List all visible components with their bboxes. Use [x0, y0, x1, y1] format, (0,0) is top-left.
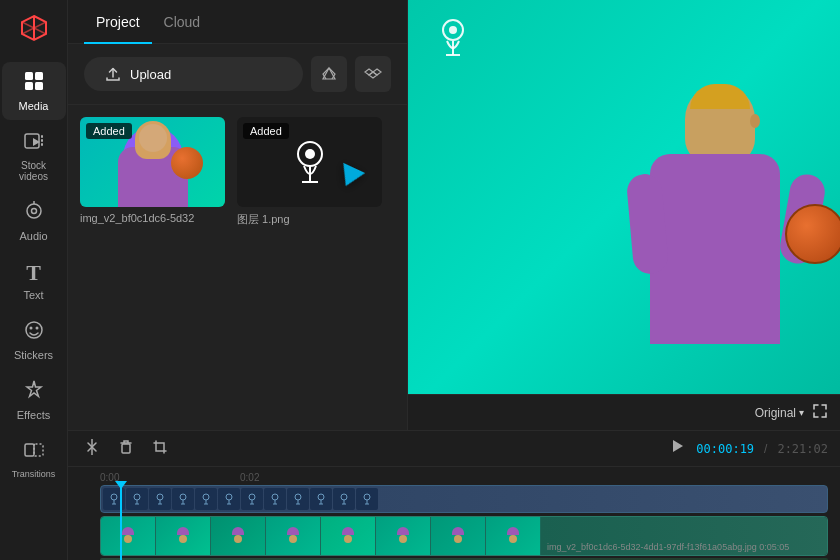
delete-icon [118, 439, 134, 455]
svg-point-34 [157, 494, 163, 500]
sidebar-item-stickers-label: Stickers [14, 349, 53, 361]
timeline-tracks-container: 0:00 0:02 [68, 467, 840, 560]
split-icon [84, 439, 100, 455]
sticker-thumb [287, 488, 309, 510]
svg-rect-8 [41, 143, 43, 146]
svg-rect-26 [122, 444, 130, 453]
media-item-2[interactable]: Added 图层 1.png [237, 117, 382, 227]
sidebar-item-effects-label: Effects [17, 409, 50, 421]
video-thumb [431, 517, 486, 555]
sidebar-item-stickers[interactable]: Stickers [2, 311, 66, 369]
app-logo [16, 10, 52, 46]
preview-image [408, 0, 840, 394]
svg-point-52 [295, 494, 301, 500]
tab-cloud[interactable]: Cloud [152, 0, 213, 44]
main-content: Project Cloud Upload [68, 0, 840, 560]
timeline: 00:00:19 / 2:21:02 0:00 0:02 [68, 430, 840, 560]
sidebar-item-transitions-label: Transitions [12, 469, 56, 479]
sidebar-item-media-label: Media [19, 100, 49, 112]
video-thumb [376, 517, 431, 555]
sidebar-item-transitions[interactable]: Transitions [2, 431, 66, 487]
tab-project[interactable]: Project [84, 0, 152, 44]
video-thumb [266, 517, 321, 555]
sticker-clip [100, 485, 828, 513]
svg-point-18 [305, 149, 315, 159]
timeline-crop-button[interactable] [148, 435, 172, 462]
sticker-clip-thumbnails [101, 486, 380, 512]
svg-point-49 [272, 494, 278, 500]
svg-rect-3 [35, 82, 43, 90]
added-badge-1: Added [86, 123, 132, 139]
sidebar-item-media[interactable]: Media [2, 62, 66, 120]
timeline-toolbar: 00:00:19 / 2:21:02 [68, 431, 840, 467]
preview-area: Original ▾ [408, 0, 840, 430]
sticker-thumb [172, 488, 194, 510]
svg-point-43 [226, 494, 232, 500]
sidebar-item-audio-label: Audio [19, 230, 47, 242]
svg-point-31 [134, 494, 140, 500]
timeline-delete-button[interactable] [114, 435, 138, 462]
crop-icon [152, 439, 168, 455]
fullscreen-icon [812, 403, 828, 419]
svg-point-22 [449, 26, 457, 34]
fullscreen-button[interactable] [812, 403, 828, 423]
media-label-1: img_v2_bf0c1dc6-5d32 [80, 212, 225, 224]
svg-point-40 [203, 494, 209, 500]
preview-person [630, 99, 810, 394]
video-thumb [486, 517, 541, 555]
svg-point-46 [249, 494, 255, 500]
sticker-thumb [310, 488, 332, 510]
sticker-thumb [333, 488, 355, 510]
dropbox-button[interactable] [355, 56, 391, 92]
sticker-track[interactable] [80, 485, 828, 513]
dropbox-icon [364, 65, 382, 83]
video-thumb [156, 517, 211, 555]
svg-point-13 [29, 327, 32, 330]
media-label-2: 图层 1.png [237, 212, 382, 227]
timeline-split-button[interactable] [80, 435, 104, 462]
google-drive-button[interactable] [311, 56, 347, 92]
svg-point-14 [35, 327, 38, 330]
playhead-head [115, 481, 127, 489]
svg-rect-15 [25, 444, 34, 456]
sticker-thumb [356, 488, 378, 510]
video-clip: img_v2_bf0c1dc6-5d32-4dd1-97df-f13f61a05… [100, 516, 828, 556]
timeline-current-time: 00:00:19 [696, 442, 754, 456]
logo-in-thumb [280, 132, 340, 192]
preview-controls: Original ▾ [408, 394, 840, 430]
stickers-icon [23, 319, 45, 346]
text-icon: T [26, 260, 41, 286]
svg-point-9 [27, 204, 41, 218]
svg-rect-2 [25, 82, 33, 90]
preview-size-button[interactable]: Original ▾ [755, 406, 804, 420]
timeline-time-separator: / [764, 442, 767, 456]
timeline-play-button[interactable] [668, 437, 686, 460]
video-thumb [321, 517, 376, 555]
svg-point-61 [364, 494, 370, 500]
preview-size-label: Original [755, 406, 796, 420]
sidebar-item-text[interactable]: T Text [2, 252, 66, 309]
svg-rect-0 [25, 72, 33, 80]
media-thumb-2: Added [237, 117, 382, 207]
sidebar: Media Stockvideos Audio T Text [0, 0, 68, 560]
video-track[interactable]: img_v2_bf0c1dc6-5d32-4dd1-97df-f13f61a05… [80, 516, 828, 556]
media-item[interactable]: Added img_v2_bf0c1dc6-5d32 [80, 117, 225, 227]
sidebar-item-audio[interactable]: Audio [2, 192, 66, 250]
sidebar-item-effects[interactable]: Effects [2, 371, 66, 429]
upload-button-label: Upload [130, 67, 171, 82]
svg-point-58 [341, 494, 347, 500]
sticker-thumb [126, 488, 148, 510]
preview-video [408, 0, 840, 394]
transitions-icon [23, 439, 45, 466]
sticker-thumb [195, 488, 217, 510]
sticker-thumb [218, 488, 240, 510]
sidebar-item-stock-videos[interactable]: Stockvideos [2, 122, 66, 190]
video-thumb-label: img_v2_bf0c1dc6-5d32-4dd1-97df-f13f61a05… [541, 517, 827, 555]
upload-button[interactable]: Upload [84, 57, 303, 91]
media-icon [23, 70, 45, 97]
playhead[interactable] [120, 485, 122, 560]
video-clip-thumbs: img_v2_bf0c1dc6-5d32-4dd1-97df-f13f61a05… [101, 517, 827, 555]
upload-bar: Upload [68, 44, 407, 105]
video-clip-filename: img_v2_bf0c1dc6-5d32-4dd1-97df-f13f61a05… [547, 542, 789, 552]
svg-rect-6 [41, 135, 43, 138]
